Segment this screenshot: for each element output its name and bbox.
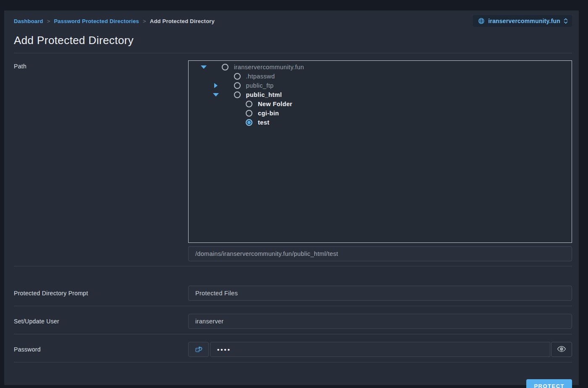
path-input[interactable] bbox=[188, 246, 572, 261]
breadcrumb-separator: > bbox=[143, 18, 146, 24]
protect-button[interactable]: PROTECT bbox=[526, 379, 572, 388]
password-field bbox=[188, 342, 572, 357]
user-label: Set/Update User bbox=[14, 318, 188, 325]
tree-node-label: iranservercommunity.fun bbox=[234, 64, 304, 70]
domain-selector[interactable]: iranservercommunity.fun bbox=[473, 15, 572, 27]
page-title: Add Protected Directory bbox=[14, 34, 572, 47]
domain-selector-value: iranservercommunity.fun bbox=[488, 18, 560, 24]
prompt-label: Protected Directory Prompt bbox=[14, 290, 188, 297]
tree-node-label: New Folder bbox=[258, 101, 292, 107]
collapse-icon[interactable] bbox=[201, 64, 207, 70]
globe-icon bbox=[478, 18, 485, 24]
prompt-input[interactable] bbox=[188, 286, 572, 301]
breadcrumb-separator: > bbox=[47, 18, 50, 24]
toggle-placeholder bbox=[225, 110, 231, 116]
tree-node[interactable]: cgi-bin bbox=[189, 109, 572, 118]
stepper-updown-icon bbox=[564, 18, 568, 24]
tree-radio[interactable] bbox=[234, 73, 241, 80]
tree-node-label: public_ftp bbox=[246, 82, 274, 89]
password-input[interactable] bbox=[210, 342, 550, 357]
path-field: iranservercommunity.fun.htpasswdpublic_f… bbox=[188, 60, 572, 261]
path-label: Path bbox=[14, 60, 188, 70]
toggle-placeholder bbox=[225, 101, 231, 107]
breadcrumb-link-password-protected-directories[interactable]: Password Protected Directories bbox=[54, 18, 139, 24]
tree-radio[interactable] bbox=[246, 119, 252, 126]
tree-node-label: test bbox=[258, 119, 269, 126]
tree-radio[interactable] bbox=[222, 64, 228, 70]
breadcrumb-link-dashboard[interactable]: Dashboard bbox=[14, 18, 43, 24]
tree-node-label: .htpasswd bbox=[246, 73, 275, 80]
toggle-placeholder bbox=[225, 120, 231, 125]
toggle-placeholder bbox=[213, 73, 219, 79]
prompt-row: Protected Directory Prompt bbox=[14, 266, 572, 306]
show-password-button[interactable] bbox=[551, 342, 572, 357]
generate-password-icon bbox=[194, 345, 203, 354]
main-panel: Dashboard > Password Protected Directori… bbox=[4, 10, 579, 385]
eye-icon bbox=[557, 346, 566, 354]
actions: PROTECT bbox=[14, 362, 572, 388]
tree-node[interactable]: test bbox=[189, 118, 572, 127]
tree-node-label: public_html bbox=[246, 91, 282, 98]
user-input[interactable] bbox=[188, 314, 572, 329]
generate-password-button[interactable] bbox=[188, 342, 209, 357]
tree-radio[interactable] bbox=[234, 91, 241, 98]
tree-node[interactable]: .htpasswd bbox=[189, 72, 572, 81]
tree-radio[interactable] bbox=[246, 101, 252, 107]
tree-node-label: cgi-bin bbox=[258, 110, 279, 117]
tree-radio[interactable] bbox=[246, 110, 252, 117]
password-row: Password bbox=[14, 334, 572, 362]
tree-radio[interactable] bbox=[234, 82, 241, 89]
tree-node[interactable]: New Folder bbox=[189, 99, 572, 109]
collapse-icon[interactable] bbox=[213, 92, 219, 98]
path-tree: iranservercommunity.fun.htpasswdpublic_f… bbox=[188, 60, 572, 243]
expand-icon[interactable] bbox=[213, 83, 219, 89]
header: Dashboard > Password Protected Directori… bbox=[14, 15, 572, 27]
user-row: Set/Update User bbox=[14, 306, 572, 334]
tree-node[interactable]: public_html bbox=[189, 90, 572, 99]
breadcrumb: Dashboard > Password Protected Directori… bbox=[14, 18, 215, 24]
path-row: Path iranservercommunity.fun.htpasswdpub… bbox=[14, 53, 572, 266]
password-label: Password bbox=[14, 346, 188, 353]
tree-node[interactable]: iranservercommunity.fun bbox=[189, 62, 572, 72]
breadcrumb-current: Add Protected Directory bbox=[150, 18, 215, 24]
tree-node[interactable]: public_ftp bbox=[189, 81, 572, 90]
